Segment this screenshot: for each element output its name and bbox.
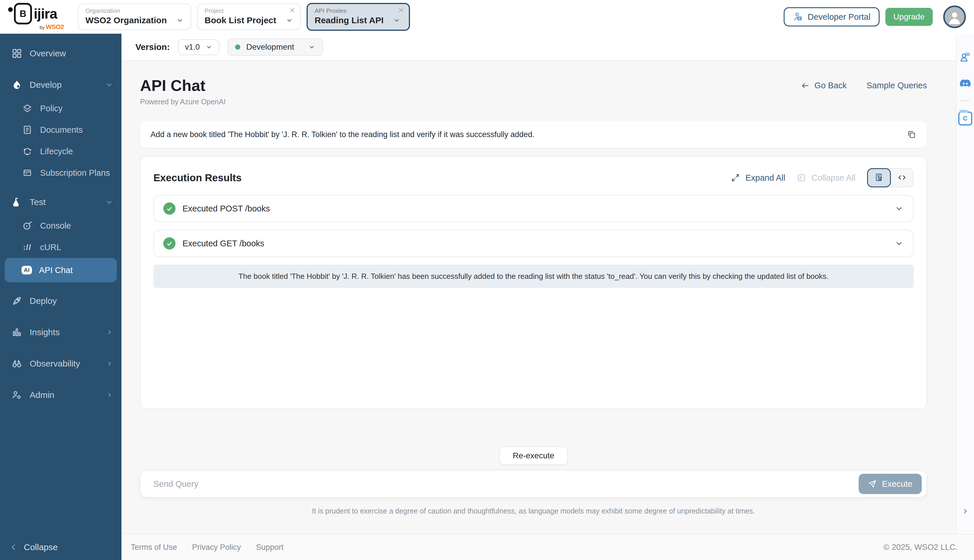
- chevron-down-icon[interactable]: [894, 204, 904, 213]
- upgrade-button[interactable]: Upgrade: [886, 8, 933, 26]
- chevron-down-icon[interactable]: [176, 17, 183, 24]
- sidebar-item-label: Deploy: [30, 296, 113, 306]
- layers-icon: [22, 103, 33, 113]
- go-back-link[interactable]: Go Back: [801, 81, 847, 90]
- top-header: B ijira by WSO2 Organization WSO2 Organi…: [0, 0, 974, 34]
- organization-label: Organization: [85, 7, 183, 15]
- query-card: Add a new book titled 'The Hobbit' by 'J…: [140, 121, 927, 148]
- document-icon: [22, 125, 33, 135]
- api-proxies-value: Reading List API: [315, 15, 384, 26]
- sample-queries-link[interactable]: Sample Queries: [867, 81, 927, 90]
- project-selector[interactable]: Project Book List Project: [197, 3, 301, 30]
- collapse-all-button[interactable]: Collapse All: [797, 173, 856, 183]
- sidebar-item-label: Admin: [30, 390, 99, 400]
- collapse-icon: [797, 173, 806, 182]
- code-view-button[interactable]: [891, 169, 913, 186]
- execution-step-row[interactable]: Executed POST /books: [153, 195, 914, 222]
- copy-icon[interactable]: [907, 130, 916, 139]
- re-execute-button[interactable]: Re-execute: [499, 447, 567, 465]
- support-chat-icon[interactable]: [959, 51, 971, 63]
- privacy-policy-link[interactable]: Privacy Policy: [192, 543, 241, 552]
- project-label: Project: [205, 7, 293, 15]
- brand-byline: by WSO2: [40, 23, 64, 31]
- sidebar-item-label: Documents: [40, 125, 113, 135]
- chevron-down-icon: [205, 43, 212, 50]
- environment-selector[interactable]: Development: [227, 38, 323, 56]
- sidebar-item-api-chat[interactable]: AI API Chat: [5, 258, 117, 282]
- version-value: v1.0: [185, 43, 200, 52]
- sidebar-nav: Overview Develop Policy: [0, 34, 122, 535]
- organization-selector[interactable]: Organization WSO2 Organization: [78, 3, 191, 30]
- sidebar-collapse-button[interactable]: Collapse: [0, 535, 122, 560]
- developer-portal-button[interactable]: Developer Portal: [784, 7, 880, 27]
- page-footer: Terms of Use Privacy Policy Support © 20…: [122, 534, 974, 560]
- execution-results-panel: Execution Results Expand All: [140, 156, 927, 409]
- copyright-text: © 2025, WSO2 LLC.: [883, 543, 958, 552]
- chevron-down-icon[interactable]: [393, 17, 400, 24]
- sidebar-item-console[interactable]: Console: [0, 215, 122, 237]
- chevron-left-icon: [9, 543, 18, 552]
- person-icon: [946, 8, 963, 25]
- sidebar-item-documents[interactable]: Documents: [0, 119, 122, 141]
- subscription-card-icon: [22, 168, 33, 178]
- sidebar-item-overview[interactable]: Overview: [0, 41, 122, 66]
- logo-dot: [8, 7, 13, 12]
- send-icon: [868, 480, 877, 488]
- sidebar-item-observability[interactable]: Observability: [0, 351, 122, 377]
- chevron-right-icon[interactable]: [106, 360, 113, 367]
- rail-expand-chevron-icon[interactable]: [961, 507, 969, 515]
- execute-label: Execute: [882, 479, 912, 489]
- sidebar-item-subscription-plans[interactable]: Subscription Plans: [0, 162, 122, 183]
- send-query-input[interactable]: [152, 479, 859, 489]
- user-avatar[interactable]: [943, 5, 966, 28]
- api-proxies-selector[interactable]: API Proxies Reading List API: [307, 3, 410, 31]
- close-icon[interactable]: [398, 7, 404, 13]
- sidebar-item-develop[interactable]: Develop: [0, 72, 122, 98]
- report-icon: [874, 173, 884, 183]
- discord-icon[interactable]: [959, 77, 972, 90]
- sample-queries-label: Sample Queries: [867, 81, 927, 90]
- chevron-right-icon[interactable]: [106, 391, 113, 399]
- success-check-icon: [163, 237, 175, 250]
- choreo-docs-icon[interactable]: C: [958, 112, 972, 125]
- sidebar-item-test[interactable]: Test: [0, 189, 122, 215]
- close-icon[interactable]: [289, 7, 295, 13]
- chevron-down-icon[interactable]: [105, 81, 113, 89]
- send-query-bar: Execute: [140, 470, 927, 498]
- sidebar-item-policy[interactable]: Policy: [0, 98, 122, 119]
- sidebar-item-label: API Chat: [39, 265, 109, 275]
- bijira-logo[interactable]: B ijira by WSO2: [8, 3, 64, 31]
- console-target-icon: [22, 220, 33, 231]
- sidebar-item-label: Insights: [30, 327, 99, 337]
- support-link[interactable]: Support: [256, 543, 284, 552]
- terms-of-use-link[interactable]: Terms of Use: [131, 543, 177, 552]
- wso2-wordmark: WSO2: [46, 23, 64, 30]
- sidebar-item-label: Subscription Plans: [40, 168, 113, 178]
- sidebar-item-admin[interactable]: Admin: [0, 382, 122, 408]
- chevron-down-icon[interactable]: [286, 17, 293, 24]
- expand-all-label: Expand All: [746, 173, 785, 183]
- main-area: Version: v1.0 Development: [122, 34, 956, 534]
- sidebar-item-label: Policy: [40, 104, 113, 113]
- chevron-right-icon[interactable]: [106, 328, 113, 336]
- execute-button[interactable]: Execute: [859, 474, 922, 494]
- go-back-label: Go Back: [814, 81, 847, 90]
- version-selector[interactable]: v1.0: [178, 39, 219, 55]
- sidebar-item-deploy[interactable]: Deploy: [0, 288, 122, 314]
- page-content: API Chat Powered by Azure OpenAI Go Back: [122, 61, 956, 534]
- execution-step-row[interactable]: Executed GET /books: [153, 230, 914, 257]
- report-view-button[interactable]: [867, 168, 891, 187]
- sidebar-item-lifecycle[interactable]: Lifecycle: [0, 141, 122, 162]
- bar-chart-icon: [11, 327, 23, 338]
- sidebar-item-curl[interactable]: :// cURL: [0, 237, 122, 258]
- sidebar-item-insights[interactable]: Insights: [0, 320, 122, 345]
- version-bar: Version: v1.0 Development: [122, 34, 956, 61]
- expand-all-button[interactable]: Expand All: [731, 173, 785, 183]
- page-subtitle: Powered by Azure OpenAI: [140, 98, 226, 106]
- chevron-down-icon[interactable]: [105, 198, 113, 206]
- chevron-down-icon[interactable]: [894, 239, 904, 248]
- code-icon: [897, 173, 907, 182]
- collapse-label: Collapse: [24, 542, 58, 552]
- expand-icon: [731, 173, 740, 182]
- execution-step-label: Executed GET /books: [182, 239, 264, 248]
